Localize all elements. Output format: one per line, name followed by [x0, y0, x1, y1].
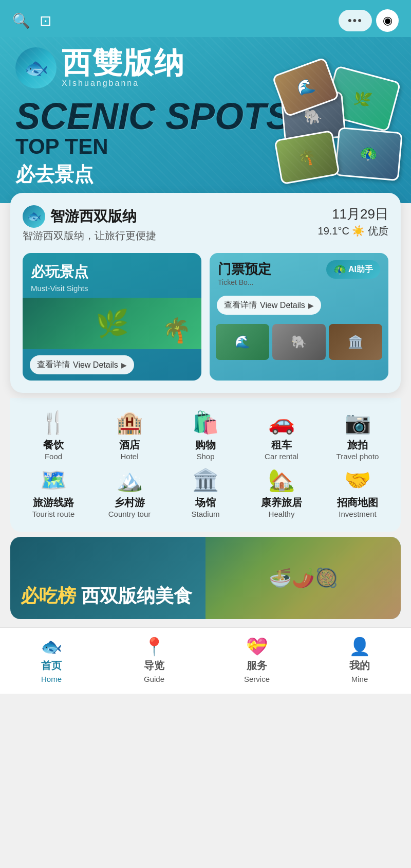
country-tour-label-en: Country tour	[108, 510, 151, 518]
hero-banner: 🐟 西雙版纳 XIshuangbanna SCENIC SPOTS TOP TE…	[0, 37, 411, 203]
card-subtitle: 智游西双版纳，让旅行更便捷	[23, 229, 156, 243]
home-nav-icon: 🐟	[41, 636, 62, 657]
hotel-label-en: Hotel	[120, 452, 138, 461]
mine-nav-icon: 👤	[349, 636, 370, 657]
feature-left-label-en: Must-Visit Sights	[23, 284, 201, 298]
home-nav-label-cn: 首页	[41, 659, 62, 673]
nav-guide[interactable]: 📍 导览 Guide	[103, 636, 206, 683]
feature-left-btn-cn: 查看详情	[37, 359, 70, 370]
home-nav-label-en: Home	[41, 675, 62, 683]
food-image-placeholder: 🍜🌶️🥘	[206, 537, 401, 619]
status-bar-left: 🔍 ⊡	[12, 12, 51, 29]
camera-icon: ◉	[383, 14, 393, 27]
guide-nav-icon: 📍	[143, 636, 165, 657]
card-weather: 19.1°C ☀️ 优质	[318, 224, 388, 238]
icon-shop[interactable]: 🛍️ 购物 Shop	[177, 408, 234, 461]
photo-card-4: 🦚	[334, 127, 403, 182]
more-button[interactable]: •••	[339, 10, 372, 31]
feature-left-view-btn[interactable]: 查看详情 View Details ▶	[30, 355, 134, 374]
ticket-photo-1: 🌊	[216, 324, 269, 360]
feature-left-image: 🌿 🌴	[23, 298, 201, 349]
car-rental-label-cn: 租车	[271, 438, 292, 452]
icon-investment[interactable]: 🤝 招商地图 Investment	[329, 466, 386, 518]
shop-label-cn: 购物	[195, 438, 216, 452]
guide-nav-label-en: Guide	[144, 675, 164, 683]
food-icon: 🍴	[40, 408, 67, 436]
icon-car-rental[interactable]: 🚗 租车 Car rental	[253, 408, 310, 461]
ai-badge-label: AI助手	[348, 264, 373, 275]
bottom-nav: 🐟 首页 Home 📍 导览 Guide 💝 服务 Service 👤 我的 M…	[0, 627, 411, 694]
status-bar-right: ••• ◉	[339, 9, 399, 32]
icon-travel-photo[interactable]: 📷 旅拍 Travel photo	[329, 408, 386, 461]
shop-label-en: Shop	[196, 452, 214, 461]
search-icon[interactable]: 🔍	[12, 12, 30, 29]
card-title-row: 🐟 智游西双版纳	[23, 205, 156, 228]
card-date: 11月29日	[318, 205, 388, 223]
travel-photo-icon: 📷	[344, 408, 371, 436]
feature-right-arrow-icon: ▶	[308, 301, 314, 310]
dot-menu-icon: •••	[348, 14, 363, 27]
feature-left-arrow-icon: ▶	[121, 361, 127, 369]
ticket-title-block: 门票预定 Ticket Bo...	[218, 260, 271, 286]
feature-left-label-cn: 必玩景点	[23, 253, 201, 284]
service-nav-label-en: Service	[244, 675, 270, 683]
ai-badge[interactable]: 🦚 AI助手	[326, 260, 380, 279]
feature-box-must-visit[interactable]: 必玩景点 Must-Visit Sights 🌿 🌴 查看详情 View Det…	[23, 253, 201, 381]
icon-country-tour[interactable]: 🏔️ 乡村游 Country tour	[101, 466, 158, 518]
investment-icon: 🤝	[344, 466, 371, 494]
app-logo: 🐟	[15, 47, 57, 88]
card-logo-emoji: 🐟	[27, 210, 41, 223]
card-title: 智游西双版纳	[50, 207, 137, 226]
ticket-title-cn: 门票预定	[218, 260, 271, 278]
food-banner-highlight: 必吃榜	[21, 585, 76, 606]
feature-left-btn-en: View Details	[73, 360, 118, 370]
feature-box-tickets[interactable]: 门票预定 Ticket Bo... 🦚 AI助手 查看详情 View Detai…	[210, 253, 388, 381]
mine-nav-label-en: Mine	[351, 675, 368, 683]
healthy-label-en: Healthy	[269, 510, 295, 518]
nav-home[interactable]: 🐟 首页 Home	[0, 636, 103, 683]
icon-healthy[interactable]: 🏡 康养旅居 Healthy	[253, 466, 310, 518]
travel-photo-label-en: Travel photo	[337, 452, 379, 461]
card-info-section: 11月29日 19.1°C ☀️ 优质	[318, 205, 388, 238]
shop-icon: 🛍️	[192, 408, 219, 436]
icon-row-2: 🗺️ 旅游线路 Tourist route 🏔️ 乡村游 Country tou…	[15, 466, 396, 518]
feature-right-view-btn[interactable]: 查看详情 View Details ▶	[217, 296, 321, 315]
tourist-route-label-cn: 旅游线路	[33, 496, 74, 510]
mine-nav-label-cn: 我的	[349, 659, 370, 673]
healthy-label-cn: 康养旅居	[261, 496, 302, 510]
tourist-route-label-en: Tourist route	[32, 510, 75, 518]
icon-tourist-route[interactable]: 🗺️ 旅游线路 Tourist route	[25, 466, 82, 518]
stadium-label-en: Stadium	[191, 510, 219, 518]
ticket-photo-3: 🏛️	[329, 324, 382, 360]
icon-stadium[interactable]: 🏛️ 场馆 Stadium	[177, 466, 234, 518]
tourist-route-icon: 🗺️	[40, 466, 67, 494]
photo-fan: 🌿 🐘 🌊 🦚 🌴	[241, 63, 411, 203]
hero-subtitle-en: XIshuangbanna	[62, 79, 185, 88]
card-title-section: 🐟 智游西双版纳 智游西双版纳，让旅行更便捷	[23, 205, 156, 243]
investment-label-en: Investment	[339, 510, 376, 518]
card-logo: 🐟	[23, 205, 45, 228]
icon-hotel[interactable]: 🏨 酒店 Hotel	[101, 408, 158, 461]
healthy-icon: 🏡	[268, 466, 295, 494]
country-tour-label-cn: 乡村游	[114, 496, 145, 510]
investment-label-cn: 招商地图	[337, 496, 378, 510]
food-banner-text: 必吃榜 西双版纳美食	[21, 584, 192, 609]
peacock-icon: 🦚	[333, 263, 346, 276]
nav-mine[interactable]: 👤 我的 Mine	[308, 636, 411, 683]
icon-food[interactable]: 🍴 餐饮 Food	[25, 408, 82, 461]
main-card: 🐟 智游西双版纳 智游西双版纳，让旅行更便捷 11月29日 19.1°C ☀️ …	[10, 193, 401, 393]
service-nav-label-cn: 服务	[247, 659, 267, 673]
car-rental-icon: 🚗	[268, 408, 295, 436]
guide-nav-label-cn: 导览	[144, 659, 164, 673]
icon-grid: 🍴 餐饮 Food 🏨 酒店 Hotel 🛍️ 购物 Shop 🚗 租车 Car…	[10, 398, 401, 532]
camera-button[interactable]: ◉	[376, 9, 399, 32]
feature-right-btn-cn: 查看详情	[224, 300, 257, 311]
scan-icon[interactable]: ⊡	[40, 12, 51, 29]
food-banner[interactable]: 必吃榜 西双版纳美食 🍜🌶️🥘	[10, 537, 401, 619]
country-tour-icon: 🏔️	[116, 466, 143, 494]
food-label-cn: 餐饮	[43, 438, 64, 452]
service-nav-icon: 💝	[246, 636, 268, 657]
hotel-icon: 🏨	[116, 408, 143, 436]
food-banner-main: 西双版纳美食	[81, 585, 192, 606]
nav-service[interactable]: 💝 服务 Service	[206, 636, 308, 683]
